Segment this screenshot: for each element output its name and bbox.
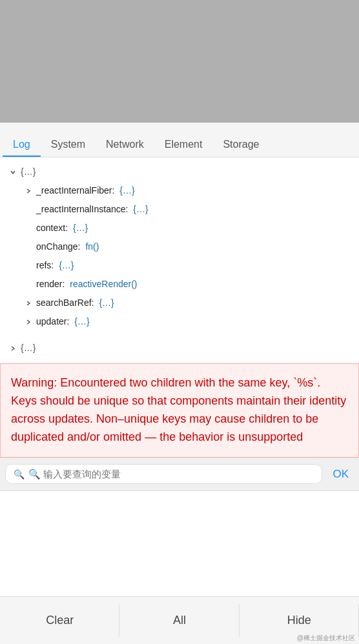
search-input[interactable] <box>28 468 314 479</box>
no-arrow <box>23 279 34 290</box>
collapse-arrow-icon[interactable] <box>23 317 34 327</box>
search-bar: 🔍 OK <box>0 458 359 491</box>
no-arrow <box>23 242 34 252</box>
tab-network[interactable]: Network <box>96 132 154 157</box>
no-arrow <box>23 261 34 271</box>
collapse-arrow-icon[interactable] <box>23 298 34 308</box>
top-gray-area <box>0 0 359 123</box>
tree-row[interactable]: searchBarRef: {…} <box>0 294 359 312</box>
warning-text: Warning: Encountered two children with t… <box>11 374 348 447</box>
no-arrow <box>23 205 34 215</box>
tree-view: {…} _reactInternalFiber: {…} _reactInter… <box>0 157 359 363</box>
no-arrow <box>23 223 34 234</box>
tree-row[interactable]: _reactInternalInstance: {…} <box>0 200 359 219</box>
search-icon: 🔍 <box>14 469 25 479</box>
tab-system[interactable]: System <box>41 132 96 157</box>
tree-row[interactable]: updater: {…} <box>0 312 359 331</box>
tab-element[interactable]: Element <box>154 132 213 157</box>
search-input-wrap[interactable]: 🔍 <box>5 464 322 484</box>
tree-row[interactable]: context: {…} <box>0 219 359 237</box>
tree-row[interactable]: refs: {…} <box>0 256 359 275</box>
tab-bar: Log System Network Element Storage <box>0 123 359 157</box>
clear-button[interactable]: Clear <box>0 597 119 644</box>
warning-box: Warning: Encountered two children with t… <box>0 363 359 458</box>
tree-row[interactable]: onChange: fn() <box>0 237 359 256</box>
tree-row[interactable]: render: reactiveRender() <box>0 275 359 294</box>
expand-arrow-icon[interactable] <box>8 167 18 177</box>
tree-row[interactable]: {…} <box>0 163 359 181</box>
tab-storage[interactable]: Storage <box>212 132 269 157</box>
tree-row[interactable]: _reactInternalFiber: {…} <box>0 181 359 200</box>
watermark: @稀土掘金技术社区 <box>297 634 355 643</box>
tab-log[interactable]: Log <box>3 132 41 157</box>
all-button[interactable]: All <box>119 597 239 644</box>
tree-row[interactable]: {…} <box>0 339 359 357</box>
ok-button[interactable]: OK <box>327 465 354 483</box>
bottom-bar: Clear All Hide @稀土掘金技术社区 <box>0 596 359 644</box>
collapse-arrow-icon[interactable] <box>23 186 34 196</box>
collapse-arrow-icon[interactable] <box>8 343 18 354</box>
